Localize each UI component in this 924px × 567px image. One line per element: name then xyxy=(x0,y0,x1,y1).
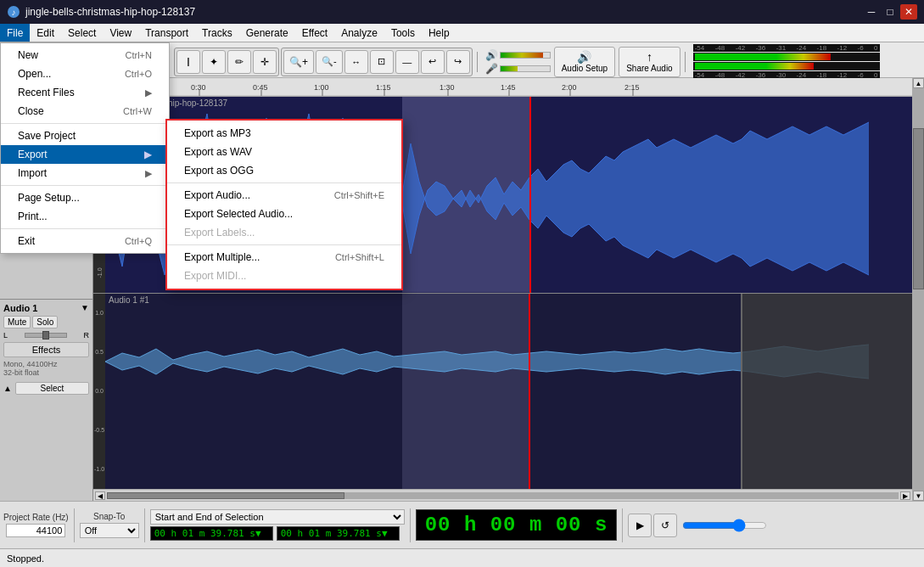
transport-play-btn[interactable]: ▶ xyxy=(628,514,652,537)
track2-gain-slider[interactable] xyxy=(25,333,67,338)
svg-text:2:00: 2:00 xyxy=(562,83,577,92)
undo-button[interactable]: ↩ xyxy=(421,50,445,74)
playhead xyxy=(529,97,531,293)
minimize-button[interactable]: ─ xyxy=(863,4,880,20)
export-wav[interactable]: Export as WAV xyxy=(167,143,401,161)
envelope-tool-button[interactable]: ✦ xyxy=(202,50,226,74)
scrollbar-track[interactable] xyxy=(107,492,899,499)
menu-tracks[interactable]: Tracks xyxy=(195,24,239,42)
export-ogg[interactable]: Export as OGG xyxy=(167,161,401,180)
v-scrollbar-track[interactable] xyxy=(913,88,924,491)
file-menu-import[interactable]: Import ▶ xyxy=(1,164,169,182)
export-audio[interactable]: Export Audio... Ctrl+Shift+E xyxy=(167,186,401,205)
scroll-left-btn[interactable]: ◀ xyxy=(95,491,105,500)
scroll-down-btn[interactable]: ▼ xyxy=(913,491,924,501)
export-midi[interactable]: Export MIDI... xyxy=(167,267,401,285)
export-sep2 xyxy=(167,244,401,245)
menu-generate[interactable]: Generate xyxy=(239,24,295,42)
scroll-up-btn[interactable]: ▲ xyxy=(913,78,924,88)
track2-solo-button[interactable]: Solo xyxy=(32,316,58,328)
toolbar-sep2 xyxy=(477,52,478,72)
menu-transport[interactable]: Transport xyxy=(138,24,195,42)
edit-tools-section: I ✦ ✏ ✛ xyxy=(174,48,279,76)
svg-text:0:45: 0:45 xyxy=(253,83,268,92)
menu-file[interactable]: File xyxy=(0,24,30,42)
transport-loop-btn[interactable]: ↺ xyxy=(653,514,677,537)
close-button[interactable]: ✕ xyxy=(900,4,917,20)
menu-analyze[interactable]: Analyze xyxy=(334,24,384,42)
v-scrollbar[interactable]: ▲ ▼ xyxy=(912,78,924,501)
file-menu-export[interactable]: Export ▶ xyxy=(1,145,169,164)
track2-buttons: Mute Solo xyxy=(3,316,89,328)
zoom-sel-button[interactable]: ⊡ xyxy=(370,50,394,74)
selection-mode-select[interactable]: Start and End of Selection Start and Len… xyxy=(150,509,405,525)
file-menu-new[interactable]: New Ctrl+N xyxy=(1,46,169,65)
silence-button[interactable]: — xyxy=(395,50,419,74)
file-sep2 xyxy=(1,185,169,186)
app-title: jingle-bells-christmas-hip-hop-128137 xyxy=(25,6,863,18)
track2-select-section: ▲ Select xyxy=(3,381,89,396)
selection-tool-button[interactable]: I xyxy=(176,50,200,74)
scroll-right-btn[interactable]: ▶ xyxy=(900,491,910,500)
track2-dropdown[interactable]: ▼ xyxy=(81,303,89,312)
export-selected-audio[interactable]: Export Selected Audio... xyxy=(167,205,401,223)
share-audio-button[interactable]: ↑ Share Audio xyxy=(619,47,680,77)
volume-icon: 🔊 xyxy=(485,49,498,61)
file-menu-close[interactable]: Close Ctrl+W xyxy=(1,102,169,121)
time-input-1[interactable]: 00 h 01 m 39.781 s▼ xyxy=(150,526,273,541)
project-rate-input[interactable] xyxy=(6,524,65,537)
menu-view[interactable]: View xyxy=(103,24,138,42)
zoom-out-button[interactable]: 🔍- xyxy=(316,50,343,74)
zoom-fit-button[interactable]: ↔ xyxy=(344,50,368,74)
scrollbar-thumb[interactable] xyxy=(107,492,344,499)
file-menu-print[interactable]: Print... xyxy=(1,207,169,226)
mic-icon: 🎤 xyxy=(485,63,498,75)
track2-waveform[interactable]: Audio 1 #1 xyxy=(105,294,912,490)
file-menu-save-project[interactable]: Save Project xyxy=(1,126,169,145)
export-mp3[interactable]: Export as MP3 xyxy=(167,124,401,143)
export-multiple[interactable]: Export Multiple... Ctrl+Shift+L xyxy=(167,248,401,267)
file-menu-exit[interactable]: Exit Ctrl+Q xyxy=(1,232,169,250)
track2-header: Audio 1 ▼ Mute Solo L R Effects Mono, 44… xyxy=(0,300,92,502)
track2-collapse[interactable]: ▲ xyxy=(3,384,12,393)
file-menu-page-setup[interactable]: Page Setup... xyxy=(1,188,169,207)
time-input-2[interactable]: 00 h 01 m 39.781 s▼ xyxy=(277,526,400,541)
draw-tool-button[interactable]: ✏ xyxy=(227,50,251,74)
v-scrollbar-thumb[interactable] xyxy=(913,128,924,289)
multi-tool-button[interactable]: ✛ xyxy=(253,50,277,74)
svg-text:1:30: 1:30 xyxy=(440,83,455,92)
track2-mute-button[interactable]: Mute xyxy=(3,316,31,328)
snap-to-select[interactable]: Off xyxy=(80,523,139,538)
track2-effects-button[interactable]: Effects xyxy=(3,342,89,357)
svg-text:0:30: 0:30 xyxy=(191,83,206,92)
status-text: Stopped. xyxy=(7,553,44,564)
share-audio-label: Share Audio xyxy=(626,64,673,73)
volume-slider[interactable] xyxy=(682,519,767,532)
menu-effect[interactable]: Effect xyxy=(295,24,334,42)
project-rate-section: Project Rate (Hz) xyxy=(3,513,69,537)
export-labels[interactable]: Export Labels... xyxy=(167,223,401,242)
track2-select-button[interactable]: Select xyxy=(15,382,89,395)
file-menu-recent[interactable]: Recent Files ▶ xyxy=(1,83,169,102)
main-time-display: 00 h 00 m 00 s xyxy=(416,509,618,541)
track2-name: Audio 1 xyxy=(3,303,37,313)
menu-help[interactable]: Help xyxy=(422,24,456,42)
track2-waveform-row: 1.0 0.5 0.0 -0.5 -1.0 Audio 1 #1 xyxy=(93,294,912,490)
menu-edit[interactable]: Edit xyxy=(30,24,61,42)
redo-button[interactable]: ↪ xyxy=(446,50,470,74)
file-menu-open[interactable]: Open... Ctrl+O xyxy=(1,65,169,83)
statusbar: Stopped. xyxy=(0,548,924,567)
file-sep3 xyxy=(1,228,169,229)
h-scrollbar[interactable]: ◀ ▶ xyxy=(93,489,912,501)
audio-setup-button[interactable]: 🔊 Audio Setup xyxy=(554,47,616,77)
export-sep1 xyxy=(167,182,401,183)
track2-right-marker xyxy=(741,294,742,490)
svg-rect-22 xyxy=(402,294,529,490)
bottom-sep4 xyxy=(622,508,623,542)
vu-bar-bottom xyxy=(693,62,880,70)
file-sep1 xyxy=(1,123,169,124)
zoom-in-button[interactable]: 🔍+ xyxy=(283,50,314,74)
maximize-button[interactable]: □ xyxy=(882,4,899,20)
menu-tools[interactable]: Tools xyxy=(384,24,422,42)
menu-select[interactable]: Select xyxy=(61,24,103,42)
